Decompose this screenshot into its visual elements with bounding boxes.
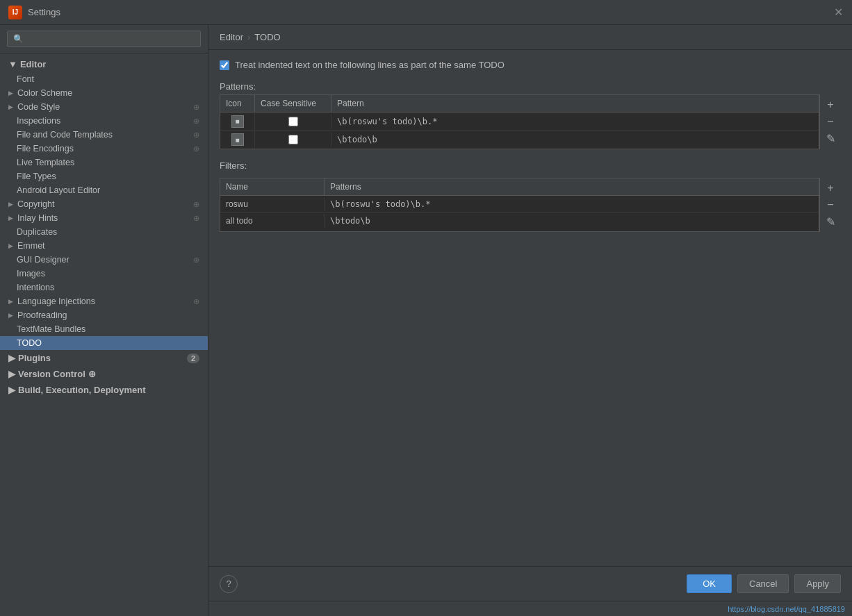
td-case-0 — [255, 115, 331, 128]
breadcrumb-current: TODO — [254, 32, 280, 42]
li-expand: ▶ — [8, 298, 13, 305]
title-bar-left: IJ Settings — [8, 6, 60, 19]
status-bar: https://blog.csdn.net/qq_41885819 — [208, 601, 852, 616]
color-scheme-expand: ▶ — [8, 90, 13, 97]
inspections-label: Inspections — [17, 116, 60, 126]
dialog-body: ▼ Editor Font ▶ Color Scheme ▶ Code Styl… — [0, 25, 852, 616]
code-style-label: Code Style — [17, 102, 60, 112]
breadcrumb-separator: › — [247, 32, 250, 42]
treat-indented-checkbox[interactable] — [220, 60, 229, 70]
row-icon-1: ■ — [231, 133, 244, 146]
apply-button[interactable]: Apply — [794, 574, 841, 593]
sidebar-item-proofreading[interactable]: ▶ Proofreading — [0, 308, 208, 322]
status-url[interactable]: https://blog.csdn.net/qq_41885819 — [728, 605, 845, 613]
filter-row[interactable]: all todo \btodo\b — [220, 213, 819, 229]
bottom-buttons: OK Cancel Apply — [687, 574, 841, 593]
code-style-copy-icon: ⊕ — [193, 103, 199, 112]
patterns-edit-button[interactable]: ✎ — [823, 131, 838, 146]
android-layout-editor-label: Android Layout Editor — [17, 185, 100, 195]
inlay-hints-label: Inlay Hints — [17, 213, 58, 223]
editor-expand-arrow: ▼ — [8, 59, 17, 69]
search-input[interactable] — [7, 31, 201, 47]
patterns-table: Icon Case Sensitive Pattern ■ — [220, 94, 819, 149]
sidebar-item-duplicates[interactable]: Duplicates — [0, 225, 208, 239]
case-checkbox-1[interactable] — [288, 135, 298, 144]
filters-actions: + − ✎ — [819, 178, 841, 232]
inspections-copy-icon: ⊕ — [193, 117, 199, 126]
td-pattern-1: \btodo\b — [331, 133, 819, 147]
plugins-badge: 2 — [187, 353, 199, 363]
case-checkbox-0[interactable] — [288, 117, 298, 126]
sidebar-item-file-encodings[interactable]: File Encodings ⊕ — [0, 142, 208, 156]
sidebar-item-copyright[interactable]: ▶ Copyright ⊕ — [0, 197, 208, 211]
patterns-remove-button[interactable]: − — [823, 114, 838, 129]
filters-edit-button[interactable]: ✎ — [823, 214, 838, 229]
sidebar-item-file-types[interactable]: File Types — [0, 169, 208, 183]
copyright-expand: ▶ — [8, 201, 13, 208]
patterns-section: Patterns: Icon Case Sensitive Pattern — [220, 81, 841, 149]
sidebar-content: ▼ Editor Font ▶ Color Scheme ▶ Code Styl… — [0, 53, 208, 616]
row-icon-0: ■ — [231, 115, 244, 128]
sidebar-item-emmet[interactable]: ▶ Emmet — [0, 239, 208, 253]
sidebar: ▼ Editor Font ▶ Color Scheme ▶ Code Styl… — [0, 25, 208, 616]
sidebar-item-textmate-bundles[interactable]: TextMate Bundles — [0, 322, 208, 336]
filter-row[interactable]: roswu \b(roswu's todo)\b.* — [220, 196, 819, 213]
th-icon: Icon — [220, 95, 255, 112]
td-icon-0: ■ — [220, 113, 255, 130]
sidebar-item-font[interactable]: Font — [0, 72, 208, 86]
ftd-pat-1: \btodo\b — [325, 214, 819, 228]
filters-table: Name Patterns roswu \b(roswu's todo)\b.*… — [220, 178, 819, 232]
content-area: Treat indented text on the following lin… — [208, 50, 852, 566]
ok-button[interactable]: OK — [687, 574, 732, 593]
patterns-add-button[interactable]: + — [823, 97, 838, 113]
sidebar-item-images[interactable]: Images — [0, 267, 208, 281]
sidebar-item-intentions[interactable]: Intentions — [0, 281, 208, 294]
patterns-table-wrapper: Icon Case Sensitive Pattern ■ — [220, 94, 841, 149]
filters-remove-button[interactable]: − — [823, 197, 838, 213]
sidebar-item-inspections[interactable]: Inspections ⊕ — [0, 114, 208, 128]
sidebar-section-plugins[interactable]: ▶ Plugins 2 — [0, 350, 208, 366]
sidebar-item-gui-designer[interactable]: GUI Designer ⊕ — [0, 253, 208, 267]
sidebar-section-editor[interactable]: ▼ Editor — [0, 56, 208, 72]
gui-copy-icon: ⊕ — [193, 256, 199, 265]
td-icon-1: ■ — [220, 131, 255, 148]
cancel-button[interactable]: Cancel — [737, 574, 789, 593]
fth-patterns: Patterns — [325, 178, 819, 195]
emmet-expand: ▶ — [8, 242, 13, 249]
fe-copy-icon: ⊕ — [193, 144, 199, 153]
table-row[interactable]: ■ \btodo\b — [220, 131, 819, 149]
table-row[interactable]: ■ \b(roswu's todo)\b.* — [220, 113, 819, 131]
window-title: Settings — [28, 7, 60, 17]
fct-copy-icon: ⊕ — [193, 131, 199, 140]
ftd-name-0: roswu — [220, 197, 325, 211]
sidebar-section-build[interactable]: ▶ Build, Execution, Deployment — [0, 382, 208, 398]
file-types-label: File Types — [17, 172, 56, 181]
close-button[interactable]: ✕ — [833, 7, 844, 18]
color-scheme-label: Color Scheme — [17, 88, 72, 98]
sidebar-item-color-scheme[interactable]: ▶ Color Scheme — [0, 86, 208, 100]
editor-label: Editor — [20, 59, 47, 69]
fth-name: Name — [220, 178, 325, 195]
patterns-table-header: Icon Case Sensitive Pattern — [220, 95, 819, 113]
sidebar-item-code-style[interactable]: ▶ Code Style ⊕ — [0, 100, 208, 114]
intentions-label: Intentions — [17, 283, 54, 292]
app-icon: IJ — [8, 6, 22, 19]
help-button[interactable]: ? — [220, 575, 238, 593]
images-label: Images — [17, 269, 45, 278]
sidebar-item-inlay-hints[interactable]: ▶ Inlay Hints ⊕ — [0, 211, 208, 225]
file-encodings-label: File Encodings — [17, 144, 74, 153]
copyright-label: Copyright — [17, 199, 55, 209]
textmate-bundles-label: TextMate Bundles — [17, 324, 85, 334]
filters-add-button[interactable]: + — [823, 181, 838, 196]
filters-rows: roswu \b(roswu's todo)\b.* all todo \bto… — [220, 196, 819, 229]
plugins-label: Plugins — [18, 353, 51, 363]
todo-label: TODO — [17, 338, 42, 348]
sidebar-section-version-control[interactable]: ▶ Version Control ⊕ — [0, 366, 208, 382]
sidebar-item-file-and-code-templates[interactable]: File and Code Templates ⊕ — [0, 128, 208, 142]
sidebar-item-live-templates[interactable]: Live Templates — [0, 156, 208, 169]
sidebar-item-todo[interactable]: TODO — [0, 336, 208, 350]
copyright-copy-icon: ⊕ — [193, 200, 199, 209]
sidebar-item-language-injections[interactable]: ▶ Language Injections ⊕ — [0, 294, 208, 308]
plugins-expand-arrow: ▶ — [8, 353, 15, 363]
sidebar-item-android-layout-editor[interactable]: Android Layout Editor — [0, 183, 208, 197]
